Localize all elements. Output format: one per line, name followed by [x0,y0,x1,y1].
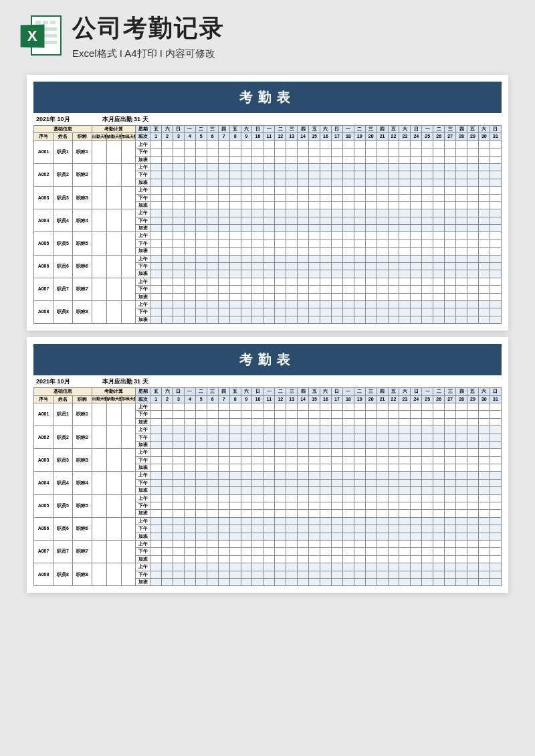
attendance-cell[interactable] [229,494,241,502]
attendance-cell[interactable] [331,418,342,426]
attendance-cell[interactable] [286,201,298,209]
attendance-cell[interactable] [388,411,399,418]
attendance-cell[interactable] [478,201,490,209]
attendance-cell[interactable] [388,248,399,255]
attendance-cell[interactable] [399,270,411,278]
attendance-cell[interactable] [456,517,467,525]
attendance-cell[interactable] [275,578,286,585]
attendance-cell[interactable] [331,563,342,571]
attendance-cell[interactable] [445,487,456,494]
attendance-cell[interactable] [445,517,456,525]
attendance-cell[interactable] [377,449,388,456]
attendance-cell[interactable] [195,187,207,194]
attendance-cell[interactable] [173,540,185,547]
attendance-cell[interactable] [342,502,354,510]
attendance-cell[interactable] [422,548,433,555]
attendance-cell[interactable] [456,232,467,240]
attendance-cell[interactable] [377,525,388,533]
attendance-cell[interactable] [411,411,422,418]
attendance-cell[interactable] [354,510,365,517]
attendance-cell[interactable] [354,548,365,555]
attendance-cell[interactable] [229,449,241,456]
attendance-cell[interactable] [354,248,365,255]
attendance-cell[interactable] [195,464,207,472]
calc-cell[interactable] [106,403,121,426]
attendance-cell[interactable] [263,578,275,585]
attendance-cell[interactable] [252,525,263,533]
attendance-cell[interactable] [195,540,207,547]
attendance-cell[interactable] [320,217,332,224]
attendance-cell[interactable] [354,525,365,533]
attendance-cell[interactable] [342,286,354,293]
attendance-cell[interactable] [252,248,263,255]
calc-cell[interactable] [92,563,107,586]
attendance-cell[interactable] [331,548,342,555]
attendance-cell[interactable] [422,487,433,494]
attendance-cell[interactable] [377,171,388,179]
attendance-cell[interactable] [195,248,207,255]
attendance-cell[interactable] [478,571,490,578]
attendance-cell[interactable] [218,517,229,525]
attendance-cell[interactable] [331,278,342,285]
attendance-cell[interactable] [162,316,173,323]
attendance-cell[interactable] [298,270,309,278]
attendance-cell[interactable] [252,449,263,456]
attendance-cell[interactable] [456,308,467,316]
attendance-cell[interactable] [467,308,478,316]
attendance-cell[interactable] [377,563,388,571]
attendance-cell[interactable] [207,255,218,262]
attendance-cell[interactable] [456,263,467,270]
attendance-cell[interactable] [195,472,207,479]
attendance-cell[interactable] [365,286,377,293]
attendance-cell[interactable] [252,426,263,434]
attendance-cell[interactable] [445,248,456,255]
attendance-cell[interactable] [252,232,263,240]
calc-cell[interactable] [106,449,121,472]
attendance-cell[interactable] [218,456,229,464]
attendance-cell[interactable] [195,179,207,186]
attendance-cell[interactable] [422,464,433,472]
attendance-cell[interactable] [298,426,309,434]
attendance-cell[interactable] [490,502,501,510]
attendance-cell[interactable] [241,194,252,201]
attendance-cell[interactable] [478,316,490,323]
attendance-cell[interactable] [331,140,342,148]
attendance-cell[interactable] [478,286,490,293]
attendance-cell[interactable] [309,434,320,441]
attendance-cell[interactable] [445,163,456,171]
calc-cell[interactable] [121,187,136,209]
attendance-cell[interactable] [309,494,320,502]
attendance-cell[interactable] [252,308,263,316]
attendance-cell[interactable] [377,248,388,255]
attendance-cell[interactable] [377,418,388,426]
attendance-cell[interactable] [399,240,411,247]
attendance-cell[interactable] [207,434,218,441]
attendance-cell[interactable] [490,187,501,194]
attendance-cell[interactable] [263,441,275,448]
attendance-cell[interactable] [456,163,467,171]
attendance-cell[interactable] [478,548,490,555]
attendance-cell[interactable] [241,403,252,410]
attendance-cell[interactable] [150,464,162,472]
attendance-cell[interactable] [218,487,229,494]
attendance-cell[interactable] [377,571,388,578]
attendance-cell[interactable] [150,426,162,434]
attendance-cell[interactable] [433,563,445,571]
attendance-cell[interactable] [342,510,354,517]
attendance-cell[interactable] [377,426,388,434]
attendance-cell[interactable] [162,187,173,194]
attendance-cell[interactable] [162,156,173,163]
attendance-cell[interactable] [207,464,218,472]
attendance-cell[interactable] [456,209,467,217]
attendance-cell[interactable] [445,293,456,300]
attendance-cell[interactable] [399,248,411,255]
attendance-cell[interactable] [184,403,195,410]
attendance-cell[interactable] [298,563,309,571]
attendance-cell[interactable] [298,540,309,547]
attendance-cell[interactable] [173,418,185,426]
attendance-cell[interactable] [388,494,399,502]
attendance-cell[interactable] [162,517,173,525]
attendance-cell[interactable] [365,149,377,156]
attendance-cell[interactable] [298,232,309,240]
attendance-cell[interactable] [354,517,365,525]
